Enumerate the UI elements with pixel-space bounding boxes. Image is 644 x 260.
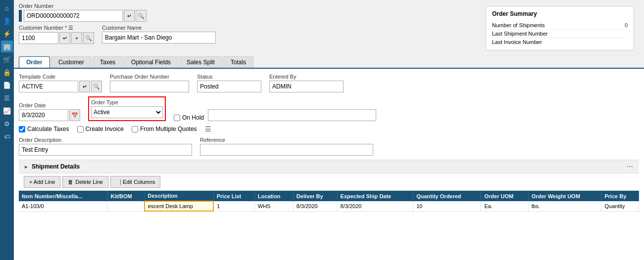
- cell-item-number[interactable]: A1-103/0: [19, 201, 107, 211]
- col-expected-ship-date: Expected Ship Date: [337, 191, 413, 201]
- from-multiple-quotes-checkbox[interactable]: [132, 126, 138, 132]
- person-icon[interactable]: 👤: [1, 15, 13, 27]
- tab-optional-fields[interactable]: Optional Fields: [124, 56, 178, 68]
- shipment-table-container: Item Number/Miscella... Kit/BOM Descript…: [19, 191, 639, 212]
- cell-order-uom[interactable]: Ea.: [481, 201, 528, 211]
- document-icon[interactable]: 📄: [1, 79, 13, 91]
- cell-kit-bom[interactable]: [107, 201, 145, 211]
- order-date-calendar-btn[interactable]: 📅: [69, 109, 80, 121]
- cell-expected-ship-date[interactable]: 8/3/2020: [337, 201, 413, 211]
- reference-group: Reference: [200, 137, 373, 156]
- customer-enter-btn[interactable]: ↵: [59, 32, 70, 44]
- customer-number-group: Customer Number * ☰ ↵ + 🔍: [19, 25, 94, 44]
- chart-icon[interactable]: 📈: [1, 105, 13, 117]
- shipment-more-icon[interactable]: ⋯: [626, 163, 634, 171]
- col-order-weight-uom: Order Weight UOM: [528, 191, 601, 201]
- col-description: Description: [145, 191, 214, 201]
- status-group: Status: [197, 74, 261, 92]
- order-description-label: Order Description: [19, 137, 192, 143]
- create-invoice-checkbox[interactable]: [77, 126, 84, 132]
- tab-totals[interactable]: Totals: [223, 56, 253, 68]
- table-header: Item Number/Miscella... Kit/BOM Descript…: [19, 191, 639, 201]
- more-options-icon[interactable]: ☰: [205, 125, 211, 133]
- col-quantity-ordered: Quantity Ordered: [413, 191, 481, 201]
- cell-price-list[interactable]: 1: [213, 201, 254, 211]
- on-hold-input[interactable]: [208, 109, 376, 121]
- settings-icon[interactable]: ⚙: [1, 118, 13, 130]
- building-icon[interactable]: 🏢: [1, 41, 13, 52]
- shipment-title-group: ► Shipment Details: [24, 163, 80, 170]
- table-header-row: Item Number/Miscella... Kit/BOM Descript…: [19, 191, 639, 201]
- edit-columns-button[interactable]: ⎹ Edit Columns: [110, 176, 160, 188]
- order-type-label: Order Type: [91, 99, 163, 105]
- top-area: Order Number ↵ 🔍 Customer Number * ☰: [14, 0, 644, 50]
- form-row-1: Template Code ↵ 🔍 Purchase Order Number …: [19, 74, 639, 92]
- on-hold-group: On Hold: [174, 109, 376, 121]
- columns-icon: ⎹: [116, 179, 121, 185]
- order-number-group: Order Number ↵ 🔍: [19, 3, 476, 22]
- order-number-enter-btn[interactable]: ↵: [124, 10, 135, 22]
- template-code-search-btn[interactable]: 🔍: [91, 81, 102, 92]
- entered-by-input[interactable]: [269, 81, 344, 92]
- on-hold-checkbox[interactable]: [174, 115, 180, 121]
- delete-line-button[interactable]: 🗑 Delete Line: [62, 176, 108, 188]
- purchase-order-input[interactable]: [110, 81, 189, 92]
- shipment-table: Item Number/Miscella... Kit/BOM Descript…: [19, 191, 639, 212]
- calculate-taxes-checkbox[interactable]: [19, 126, 25, 132]
- cell-description[interactable]: escent Desk Lamp: [145, 201, 214, 211]
- shipment-section: ► Shipment Details ⋯ + Add Line 🗑 Delete…: [19, 160, 639, 212]
- customer-number-row: ↵ + 🔍: [19, 32, 94, 44]
- order-date-input[interactable]: [19, 109, 68, 121]
- col-item-number: Item Number/Miscella...: [19, 191, 107, 201]
- summary-shipments-value: 0: [625, 22, 628, 28]
- lock-icon[interactable]: 🔒: [1, 66, 13, 78]
- cart-icon[interactable]: 🛒: [1, 53, 13, 65]
- cell-deliver-by[interactable]: 8/3/2020: [293, 201, 337, 211]
- customer-search-btn[interactable]: 🔍: [83, 32, 94, 44]
- tag-icon[interactable]: 🏷: [1, 130, 13, 142]
- reference-input[interactable]: [200, 144, 373, 156]
- from-multiple-quotes-group: From Multiple Quotes: [132, 126, 197, 132]
- template-code-enter-btn[interactable]: ↵: [79, 81, 90, 92]
- cell-quantity-ordered[interactable]: 10: [413, 201, 481, 211]
- add-line-button[interactable]: + Add Line: [24, 176, 60, 188]
- top-left-fields: Order Number ↵ 🔍 Customer Number * ☰: [19, 3, 476, 44]
- customer-number-input[interactable]: [19, 32, 58, 44]
- order-number-input[interactable]: [24, 10, 123, 22]
- form-area: Template Code ↵ 🔍 Purchase Order Number …: [14, 69, 644, 260]
- home-icon[interactable]: ⌂: [1, 2, 13, 14]
- cell-location[interactable]: WHS: [254, 201, 293, 211]
- summary-last-invoice: Last Invoice Number: [492, 38, 628, 46]
- template-code-group: Template Code ↵ 🔍: [19, 74, 102, 92]
- order-number-row: ↵ 🔍: [19, 10, 476, 22]
- lightning-icon[interactable]: ⚡: [1, 28, 13, 40]
- col-deliver-by: Deliver By: [293, 191, 337, 201]
- desc-ref-row: Order Description Reference: [19, 137, 639, 156]
- status-input[interactable]: [197, 81, 261, 92]
- summary-last-shipment: Last Shipment Number: [492, 30, 628, 38]
- shipment-title-text: Shipment Details: [32, 163, 80, 170]
- template-code-input[interactable]: [19, 81, 78, 92]
- cell-price-by[interactable]: Quantity: [601, 201, 639, 211]
- order-type-select[interactable]: Active Quote Future: [91, 106, 163, 118]
- calculate-taxes-group: Calculate Taxes: [19, 126, 69, 132]
- template-code-row: ↵ 🔍: [19, 81, 102, 92]
- customer-add-btn[interactable]: +: [71, 32, 82, 44]
- tab-sales-split[interactable]: Sales Split: [179, 56, 222, 68]
- customer-name-input[interactable]: [102, 32, 216, 43]
- cell-order-weight-uom[interactable]: lbs.: [528, 201, 601, 211]
- tab-order[interactable]: Order: [19, 56, 50, 68]
- tab-taxes[interactable]: Taxes: [93, 56, 123, 68]
- tab-customer[interactable]: Customer: [51, 56, 92, 68]
- order-description-input[interactable]: [19, 144, 192, 156]
- shipment-chevron-icon[interactable]: ►: [24, 164, 29, 170]
- order-number-search-btn[interactable]: 🔍: [136, 10, 147, 22]
- entered-by-group: Entered By: [269, 74, 344, 92]
- customer-number-label: Customer Number * ☰: [19, 25, 94, 31]
- list-icon[interactable]: ☰: [1, 92, 13, 104]
- customer-name-label: Customer Name: [102, 25, 216, 31]
- summary-shipments: Number of Shipments 0: [492, 21, 628, 30]
- col-price-list: Price List: [213, 191, 254, 201]
- order-summary-title: Order Summary: [492, 10, 628, 17]
- create-invoice-group: Create Invoice: [77, 126, 124, 132]
